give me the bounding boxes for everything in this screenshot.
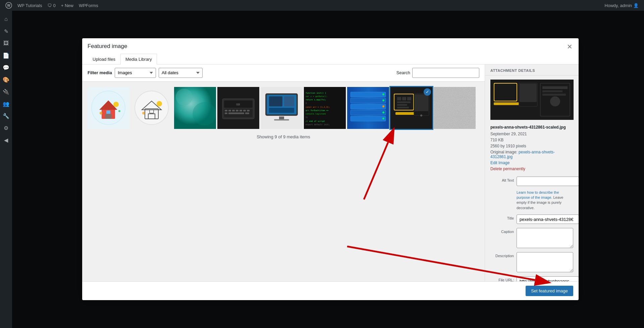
- tab-upload[interactable]: Upload files: [88, 54, 120, 64]
- title-row: Title: [485, 213, 579, 226]
- sidebar-icon-users[interactable]: 👥: [0, 98, 12, 109]
- svg-rect-82: [434, 87, 476, 129]
- description-input[interactable]: [517, 252, 573, 272]
- file-url-input[interactable]: [517, 276, 579, 281]
- delete-permanently-link[interactable]: Delete permanently: [485, 166, 579, 172]
- attachment-fields: Alt Text Learn how to describe the purpo…: [485, 172, 579, 281]
- alt-text-hint: Learn how to describe the purpose of the…: [517, 190, 573, 211]
- svg-rect-42: [279, 116, 284, 119]
- svg-rect-79: [397, 107, 409, 108]
- modal-header: Featured image ✕ Upload files Media Libr…: [82, 38, 579, 64]
- svg-rect-23: [225, 110, 227, 111]
- svg-text:var x = getData();: var x = getData();: [306, 95, 327, 98]
- admin-bar-wpforms[interactable]: WPForms: [76, 0, 101, 11]
- svg-point-16: [142, 112, 145, 114]
- svg-point-7: [113, 102, 119, 107]
- svg-point-62: [382, 93, 384, 95]
- svg-text:function init() {: function init() {: [306, 92, 326, 94]
- svg-text:const arr = [1,2,3];: const arr = [1,2,3];: [306, 106, 330, 108]
- admin-bar-site[interactable]: WP Tutorials: [15, 0, 45, 11]
- svg-rect-77: [397, 101, 411, 103]
- attachment-dimensions: 2560 by 1910 pixels: [485, 143, 579, 149]
- media-item-6[interactable]: function init() { var x = getData(); ret…: [304, 87, 346, 129]
- svg-point-94: [550, 96, 560, 106]
- svg-text:return x.map(fn);: return x.map(fn);: [306, 98, 326, 101]
- sidebar-icon-appearance[interactable]: 🎨: [0, 74, 12, 85]
- filter-bar: Filter media Images All media types Audi…: [82, 64, 485, 82]
- media-item-4[interactable]: ⌨: [217, 87, 259, 129]
- media-item-7[interactable]: [347, 87, 389, 129]
- sidebar-icon-comments[interactable]: 💬: [0, 62, 12, 73]
- svg-rect-58: [351, 98, 386, 103]
- svg-point-15: [157, 101, 162, 106]
- search-label: Search: [396, 70, 410, 75]
- admin-bar: W WP Tutorials 🗨 0 + New WPForms Howdy, …: [0, 0, 644, 11]
- edit-image-link[interactable]: Edit Image: [485, 160, 579, 166]
- svg-point-64: [382, 105, 384, 107]
- filter-date-select[interactable]: All dates January 2022 October 2021 Sept…: [159, 68, 203, 78]
- attachment-details-label: ATTACHMENT DETAILS: [485, 64, 579, 76]
- admin-bar-wp-logo[interactable]: W: [3, 0, 15, 11]
- title-input[interactable]: [517, 215, 579, 224]
- media-item-9[interactable]: [434, 87, 476, 129]
- sidebar-icon-plugins[interactable]: 🔌: [0, 86, 12, 97]
- svg-text:// end of script: // end of script: [306, 120, 325, 123]
- svg-rect-78: [397, 104, 407, 106]
- svg-point-73: [420, 114, 422, 116]
- attachment-thumb: [485, 76, 579, 125]
- svg-rect-39: [269, 96, 282, 106]
- svg-rect-41: [269, 108, 294, 113]
- modal-window: Featured image ✕ Upload files Media Libr…: [82, 38, 579, 300]
- svg-rect-29: [247, 110, 250, 111]
- media-item-8[interactable]: ✓: [390, 87, 432, 129]
- sidebar-icon-media[interactable]: 🖼: [0, 38, 12, 49]
- svg-rect-96: [542, 90, 562, 92]
- sidebar-icon-home[interactable]: ⌂: [0, 13, 12, 25]
- media-item-5[interactable]: [261, 87, 303, 129]
- media-item-2[interactable]: [131, 87, 173, 129]
- svg-point-10: [135, 91, 168, 125]
- svg-rect-5: [105, 114, 112, 119]
- svg-text:}: }: [306, 102, 307, 104]
- media-content: Filter media Images All media types Audi…: [82, 64, 485, 281]
- set-featured-image-button[interactable]: Set featured image: [526, 286, 573, 296]
- media-item-1[interactable]: [88, 87, 129, 129]
- svg-rect-74: [397, 97, 401, 100]
- filter-type-select[interactable]: Images All media types Audio Video: [115, 68, 156, 78]
- svg-rect-28: [243, 110, 246, 111]
- svg-rect-72: [415, 94, 428, 111]
- admin-bar-comments[interactable]: 🗨 0: [45, 0, 58, 11]
- filter-label: Filter media: [88, 70, 112, 75]
- attachment-preview-image: [490, 80, 574, 120]
- sidebar-icon-pages[interactable]: 📄: [0, 50, 12, 61]
- learn-link[interactable]: Learn how to describe the purpose of the…: [517, 190, 559, 199]
- search-area: Search: [396, 68, 479, 78]
- caption-label: Caption: [490, 228, 514, 234]
- svg-rect-89: [494, 102, 519, 105]
- description-label: Description: [490, 252, 514, 258]
- sidebar-icon-settings[interactable]: ⚙: [0, 122, 12, 134]
- media-item-3[interactable]: [174, 87, 216, 129]
- admin-bar-howdy[interactable]: Howdy, admin 👤: [602, 0, 641, 11]
- alt-text-label: Alt Text: [490, 177, 514, 182]
- svg-rect-26: [236, 110, 238, 111]
- attachment-panel: ATTACHMENT DETAILS: [485, 64, 579, 281]
- tab-media-library[interactable]: Media Library: [120, 54, 157, 64]
- modal-close-button[interactable]: ✕: [565, 42, 575, 52]
- search-input[interactable]: [412, 68, 479, 78]
- admin-bar-right: Howdy, admin 👤: [602, 0, 641, 11]
- modal-title: Featured image: [88, 43, 573, 50]
- svg-rect-95: [542, 86, 568, 89]
- svg-rect-43: [274, 119, 289, 121]
- svg-point-9: [118, 110, 120, 112]
- caption-input[interactable]: [517, 228, 573, 248]
- svg-text:console.log(item): console.log(item): [306, 112, 326, 115]
- sidebar-icon-posts[interactable]: ✎: [0, 26, 12, 37]
- svg-rect-76: [407, 97, 411, 100]
- sidebar-icon-tools[interactable]: 🔧: [0, 110, 12, 122]
- file-url-row: File URL:: [485, 274, 579, 281]
- sidebar-icon-collapse[interactable]: ◀: [0, 134, 12, 146]
- alt-text-input[interactable]: [517, 177, 579, 186]
- admin-bar-new[interactable]: + New: [58, 0, 76, 11]
- media-count: Showing 9 of 9 media items: [88, 129, 479, 145]
